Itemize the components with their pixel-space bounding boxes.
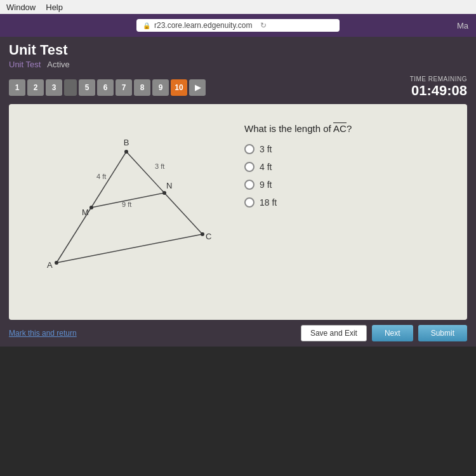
nav-btn-3[interactable]: 3	[46, 79, 62, 96]
answer-choice-2[interactable]: 4 ft	[244, 162, 454, 172]
time-label: TIME REMAINING	[410, 76, 467, 83]
user-initial: Ma	[457, 21, 468, 30]
answer-choice-3[interactable]: 9 ft	[244, 180, 454, 190]
answer-label-2: 4 ft	[260, 162, 272, 172]
question-text-prefix: What is the length of	[244, 123, 333, 134]
answer-label-1: 3 ft	[260, 144, 272, 154]
answer-choice-1[interactable]: 3 ft	[244, 144, 454, 154]
svg-point-5	[124, 150, 128, 154]
radio-1[interactable]	[244, 144, 255, 154]
svg-point-4	[55, 261, 58, 265]
next-button[interactable]: Next	[372, 325, 413, 341]
answer-choice-4[interactable]: 18 ft	[244, 197, 454, 208]
navigation-row: 1 2 3 5 6 7 8 9 10 ▶ TIME REMAINING 01:4…	[0, 76, 476, 104]
lock-icon: 🔒	[143, 22, 150, 29]
breadcrumb-status: Active	[47, 60, 69, 69]
svg-line-2	[56, 234, 202, 263]
page-background: Unit Test Unit Test Active 1 2 3 5 6 7 8…	[0, 37, 476, 347]
time-value: 01:49:08	[410, 83, 467, 99]
svg-point-8	[162, 191, 166, 195]
question-text: What is the length of AC?	[244, 123, 454, 134]
answer-label-4: 18 ft	[260, 197, 277, 208]
svg-text:N: N	[166, 181, 172, 190]
nav-btn-7[interactable]: 7	[116, 79, 132, 96]
nav-btn-9[interactable]: 9	[152, 79, 169, 96]
nav-btn-gap	[64, 79, 77, 96]
svg-text:B: B	[124, 138, 129, 147]
menu-window[interactable]: Window	[6, 3, 36, 12]
header: Unit Test Unit Test Active	[0, 37, 476, 76]
breadcrumb-row: Unit Test Active	[9, 60, 467, 69]
nav-btn-5[interactable]: 5	[79, 79, 95, 96]
time-remaining: TIME REMAINING 01:49:08	[410, 76, 467, 99]
svg-text:9 ft: 9 ft	[122, 201, 131, 208]
footer-area: Mark this and return Save and Exit Next …	[0, 320, 476, 347]
svg-text:A: A	[47, 260, 53, 270]
diagram-area: B A C M N 4 ft 3 ft 9 ft	[22, 117, 232, 297]
url-text: r23.core.learn.edgenuity.com	[154, 21, 253, 30]
save-exit-button[interactable]: Save and Exit	[301, 325, 367, 341]
svg-text:M: M	[82, 208, 89, 217]
question-text-suffix: ?	[347, 123, 352, 134]
nav-btn-10[interactable]: 10	[171, 79, 187, 96]
radio-4[interactable]	[244, 197, 255, 208]
ac-label: AC	[333, 123, 347, 134]
radio-3[interactable]	[244, 180, 255, 190]
question-area: B A C M N 4 ft 3 ft 9 ft What is th	[22, 117, 454, 297]
question-nav: 1 2 3 5 6 7 8 9 10 ▶	[9, 79, 206, 96]
answer-area: What is the length of AC? 3 ft 4 ft 9 ft…	[244, 117, 454, 297]
svg-point-6	[201, 232, 204, 236]
svg-point-7	[89, 206, 93, 209]
menu-bar: Window Help	[0, 0, 476, 14]
mark-return-link[interactable]: Mark this and return	[9, 329, 77, 338]
menu-help[interactable]: Help	[46, 3, 63, 12]
browser-bar: 🔒 r23.core.learn.edgenuity.com ↻ Ma	[0, 14, 476, 37]
url-bar[interactable]: 🔒 r23.core.learn.edgenuity.com ↻	[136, 19, 340, 32]
page-title: Unit Test	[9, 42, 467, 58]
nav-btn-2[interactable]: 2	[27, 79, 44, 96]
answer-label-3: 9 ft	[260, 180, 272, 190]
nav-btn-6[interactable]: 6	[97, 79, 114, 96]
geometry-diagram: B A C M N 4 ft 3 ft 9 ft	[22, 117, 225, 294]
radio-2[interactable]	[244, 162, 255, 172]
bottom-background	[0, 347, 476, 461]
nav-btn-1[interactable]: 1	[9, 79, 25, 96]
svg-text:3 ft: 3 ft	[155, 162, 164, 170]
svg-text:4 ft: 4 ft	[96, 173, 106, 180]
footer-buttons: Save and Exit Next Submit	[301, 325, 467, 341]
nav-btn-forward[interactable]: ▶	[189, 79, 206, 96]
breadcrumb-link[interactable]: Unit Test	[9, 60, 41, 69]
content-card: B A C M N 4 ft 3 ft 9 ft What is th	[9, 104, 467, 320]
svg-text:C: C	[206, 232, 211, 241]
submit-button[interactable]: Submit	[418, 325, 467, 341]
nav-btn-8[interactable]: 8	[134, 79, 150, 96]
refresh-icon[interactable]: ↻	[260, 21, 267, 30]
